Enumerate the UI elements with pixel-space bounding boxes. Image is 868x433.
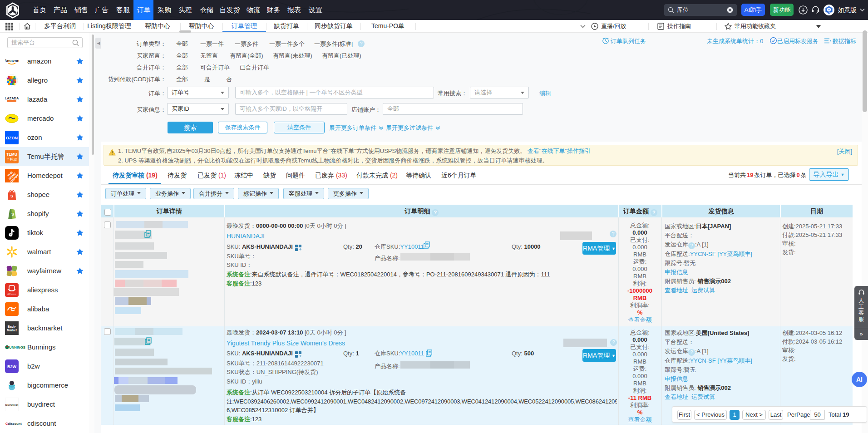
svg-text:TEMU: TEMU	[6, 152, 17, 157]
svg-text:ECCANG: ECCANG	[826, 12, 832, 14]
svg-text:UNNINGS: UNNINGS	[9, 345, 25, 349]
svg-text:S: S	[11, 212, 14, 216]
svg-text:C: C	[5, 422, 8, 426]
svg-text:OZON: OZON	[6, 136, 18, 140]
svg-text:半托管: 半托管	[6, 157, 17, 162]
svg-text:Back‹: Back‹	[8, 325, 16, 328]
svg-text:discount: discount	[8, 422, 22, 426]
svg-text:AliExpress: AliExpress	[8, 293, 16, 295]
svg-text:Market: Market	[7, 329, 17, 332]
svg-text:S: S	[10, 194, 13, 198]
svg-text:BuyDirect: BuyDirect	[5, 403, 18, 406]
svg-text:Amazon: Amazon	[5, 59, 19, 63]
svg-text:B2W: B2W	[7, 364, 17, 369]
svg-text:LAZADA: LAZADA	[5, 96, 19, 100]
